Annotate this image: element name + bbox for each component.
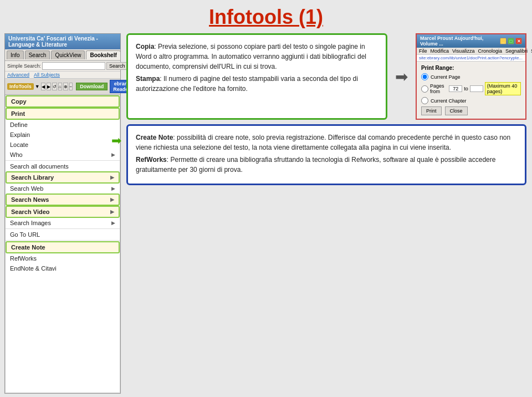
menu-item-search-news[interactable]: Search News ▶ [6,194,120,206]
arrow-icon: ▶ [111,186,115,191]
minus-btn[interactable]: − [69,83,73,90]
back-btn[interactable]: ◀ [41,83,45,90]
pages-from-radio[interactable] [421,85,428,93]
menu-visualizza[interactable]: Visualizza [452,48,474,54]
dialog-url: site:ebrary.com/lib/unive1/docPrint.acti… [417,55,525,62]
minimize-button[interactable]: _ [500,38,507,44]
menu-item-refworks[interactable]: RefWorks [6,253,120,263]
maximize-button[interactable]: □ [508,38,514,44]
refworks-paragraph: RefWorks: Permette di creare una bibliog… [136,155,517,175]
all-subjects-link[interactable]: All Subjects [34,72,60,78]
browser-window: Universita Ca' Foscari di Venezia - Lang… [4,33,121,394]
dialog-buttons: Print Close [421,106,521,115]
dialog-title-text: Marcel Proust Aujourd'hui, Volume ... [420,35,500,47]
pages-from-option: Pages from to (Maximum 40 pages) [421,82,521,95]
create-note-text: : possibilità di creare note, solo previ… [136,134,510,151]
infotools-label[interactable]: InfoTools [7,83,34,90]
pages-from-label: Pages from [430,83,447,94]
menu-item-locate[interactable]: Locate [6,140,120,150]
dialog-close-button[interactable]: Close [445,106,468,115]
arrow-icon: ▶ [111,152,115,157]
browser-title-text: Universita Ca' Foscari di Venezia - Lang… [8,35,117,48]
dialog-menubar: File Modifica Visualizza Cronologia Segn… [417,48,525,55]
links-bar: Advanced All Subjects [5,72,120,79]
arrow-icon: ▶ [111,220,115,226]
print-dialog: Marcel Proust Aujourd'hui, Volume ... _ … [416,33,526,120]
current-chapter-radio[interactable] [421,97,428,104]
arrow-icon: ▶ [110,197,114,202]
window-buttons: _ □ ✕ [500,38,522,44]
search-input[interactable] [42,62,105,70]
menu-item-copy[interactable]: Copy [6,95,120,108]
current-page-label: Current Page [431,74,461,80]
copia-text: : Previa selezione, si possono copiare p… [136,43,366,70]
advanced-link[interactable]: Advanced [7,72,29,78]
menu-item-endnote[interactable]: EndNote & Citavi [6,263,120,273]
green-text-box: Copia: Previa selezione, si possono copi… [126,33,387,120]
refworks-keyword: RefWorks [136,156,167,164]
tab-bookshelf[interactable]: Bookshelf [86,50,120,59]
create-note-paragraph: Create Note: possibilità di creare note,… [136,133,517,152]
menu-item-explain[interactable]: Explain [6,130,120,140]
menu-item-search-web[interactable]: Search Web ▶ [6,184,120,194]
download-button[interactable]: Download [76,83,108,90]
current-chapter-option[interactable]: Current Chapter [421,97,521,104]
home-btn[interactable]: ⌂ [58,83,62,90]
dialog-titlebar: Marcel Proust Aujourd'hui, Volume ... _ … [417,34,525,48]
arrow-icon: ▶ [110,209,114,215]
menu-segnalibri[interactable]: Segnalibri [505,48,528,54]
pages-to-label: to [464,86,468,91]
copia-keyword: Copia [136,43,154,50]
menu-item-define[interactable]: Define [6,120,120,130]
menu-item-create-note[interactable]: Create Note [6,241,120,253]
create-note-keyword: Create Note [136,134,173,141]
menu-cronologia[interactable]: Cronologia [478,48,502,54]
tab-search[interactable]: Search [25,50,50,59]
menu-separator-2 [6,228,120,229]
menu-item-search-all[interactable]: Search all documents [6,161,120,171]
stampa-paragraph: Stampa: Il numero di pagine del testo st… [136,74,378,94]
menu-item-search-video[interactable]: Search Video ▶ [6,206,120,218]
copia-paragraph: Copia: Previa selezione, si possono copi… [136,42,378,72]
dropdown-icon: ▼ [35,84,40,89]
menu-item-goto-url[interactable]: Go To URL [6,230,120,240]
right-arrow-icon: ➡ [393,33,410,120]
dialog-body: Print Range: Current Page Pages from to … [417,62,525,119]
print-button[interactable]: Print [421,106,442,115]
forward-btn[interactable]: ▶ [47,83,51,90]
current-chapter-label: Current Chapter [431,98,467,104]
tab-info[interactable]: Info [7,50,24,59]
stampa-keyword: Stampa [136,75,160,83]
refworks-text: : Permette di creare una bibliografia sf… [136,156,495,174]
browser-toolbar: Simple Search: Search [5,61,120,72]
infotools-bar: InfoTools ▼ ◀ ▶ ↺ ⌂ ⊕ − Download ebrary … [5,79,120,95]
menu-item-search-library[interactable]: Search Library ▶ [6,171,120,184]
zoom-btn[interactable]: ⊕ [63,83,68,90]
max-pages-label: (Maximum 40 pages) [485,82,521,95]
current-page-radio[interactable] [421,73,428,80]
green-arrow-icon: ➡ [111,131,121,150]
menu-modifica[interactable]: Modifica [431,48,449,54]
close-button[interactable]: ✕ [515,38,522,44]
menu-item-print[interactable]: Print [6,108,120,120]
menu-item-search-images[interactable]: Search Images ▶ [6,218,120,228]
menu-item-who[interactable]: Who ▶ [6,150,120,160]
stampa-text: : Il numero di pagine del testo stampabi… [136,75,358,93]
browser-nav: Info Search QuickView Bookshelf [5,49,120,61]
menu-separator [6,160,120,161]
refresh-btn[interactable]: ↺ [52,83,57,90]
browser-titlebar: Universita Ca' Foscari di Venezia - Lang… [5,34,120,49]
arrow-icon: ▶ [110,175,114,180]
top-row: Copia: Previa selezione, si possono copi… [126,33,526,120]
menu-separator-3 [6,240,120,241]
content-area: Copia: Previa selezione, si possono copi… [121,33,532,394]
page-title: Infotools (1) [0,0,532,33]
pages-to-input[interactable] [470,85,483,92]
pages-from-input[interactable] [449,85,462,92]
tab-quickview[interactable]: QuickView [51,50,85,59]
menu-file[interactable]: File [419,48,427,54]
sidebar-menu: Copy Print Define Explain Locate Who ▶ S… [5,95,120,393]
blue-text-box: ➡ Create Note: possibilità di creare not… [126,124,526,185]
main-container: Universita Ca' Foscari di Venezia - Lang… [0,33,532,394]
current-page-option[interactable]: Current Page [421,73,521,80]
